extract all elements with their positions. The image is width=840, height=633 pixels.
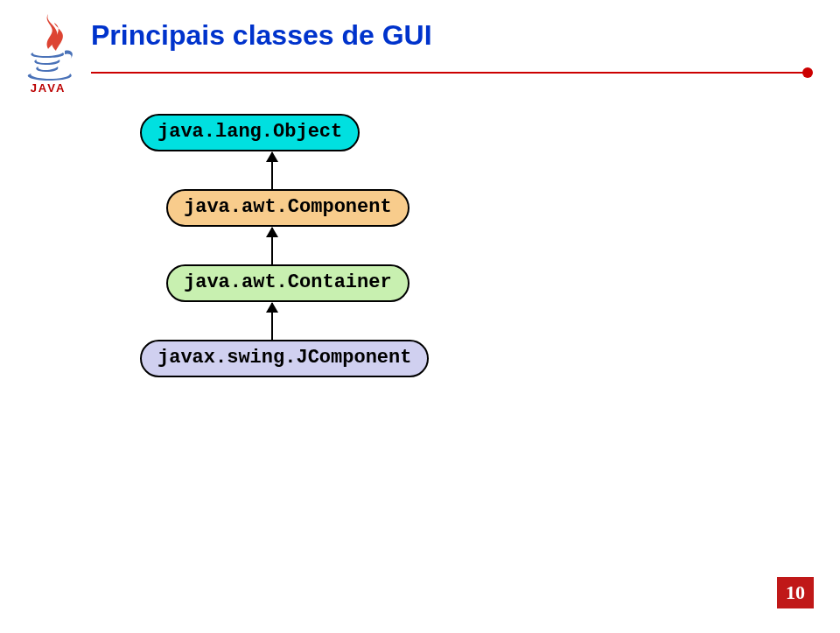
title-rule-dot	[802, 67, 813, 78]
title-rule	[91, 72, 808, 74]
node-container: java.awt.Container	[166, 264, 410, 302]
node-component: java.awt.Component	[166, 189, 410, 227]
arrow-container-to-component	[271, 228, 273, 264]
node-jcomponent: javax.swing.JComponent	[140, 340, 429, 377]
node-object: java.lang.Object	[140, 114, 360, 151]
slide-title: Principais classes de GUI	[91, 19, 432, 52]
svg-text:JAVA: JAVA	[31, 81, 66, 94]
arrow-component-to-object	[271, 152, 273, 189]
page-number: 10	[777, 577, 814, 608]
java-logo: JAVA	[19, 11, 77, 94]
arrow-jcomponent-to-container	[271, 303, 273, 340]
